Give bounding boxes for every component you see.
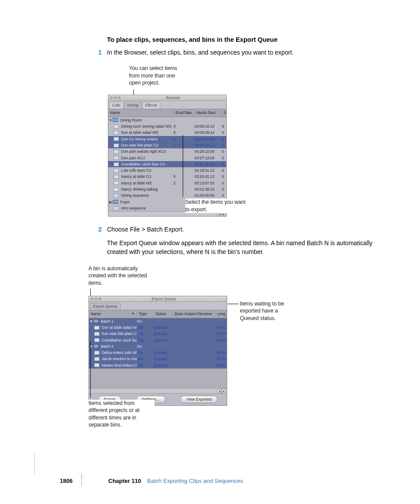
clip-name: Don pain XCU (120, 155, 173, 161)
clip-name: Nancy at table CU (120, 174, 173, 179)
clip-icon (114, 131, 119, 135)
view-exported-button[interactable]: View Exported (181, 396, 217, 403)
chevron-down-icon[interactable]: ▼ (108, 118, 113, 123)
column-headers[interactable]: Name ▼ Type Status Base Output Filename … (89, 310, 227, 318)
chevron-down-icon[interactable]: ▼ (89, 319, 93, 324)
clip-row[interactable]: Grandfather clock face CUClipQueued00:00 (89, 337, 227, 343)
traffic-lights[interactable] (110, 96, 121, 99)
tab-export-queue[interactable]: Export Queue (90, 303, 121, 310)
col-name[interactable]: Name (108, 109, 173, 116)
clip-row[interactable]: Master shot Debra CUClipQueued00:00 (89, 362, 227, 368)
col-shot-take[interactable]: Shot/Take (173, 109, 195, 116)
clip-row[interactable]: Jacob reaction to customer CUClipQueued0… (89, 356, 227, 362)
callout-bin-auto: A bin is automatically created with the … (88, 265, 150, 287)
clip-icon (114, 150, 119, 154)
callout-line (90, 342, 91, 398)
clip-name: Nancy at table MS (120, 180, 173, 186)
zoom-icon[interactable] (99, 298, 101, 300)
folder-icon (93, 319, 99, 323)
clip-icon (94, 326, 99, 330)
clip-row[interactable]: Don eats fish plate CUClipQueued00:01 (89, 331, 227, 337)
arrow-left-icon[interactable]: ◂ (217, 389, 221, 393)
callout-line (228, 304, 239, 304)
clip-name: Nancy drinking talking (120, 187, 173, 192)
arrow-right-icon[interactable]: ▸ (222, 389, 226, 393)
chevron-right-icon[interactable]: ▶ (108, 199, 113, 205)
minimize-icon[interactable] (114, 96, 117, 99)
batch-bin-row[interactable]: ▼Batch 2Bin (89, 343, 227, 349)
clip-icon (94, 351, 99, 355)
traffic-lights[interactable] (91, 298, 101, 300)
clip-row[interactable]: Dining room serving salad WS303:08:16:13… (108, 123, 226, 129)
section-heading: To place clips, sequences, and bins in t… (107, 35, 394, 44)
col-status[interactable]: Status (154, 310, 173, 317)
clip-icon (114, 188, 119, 191)
batch-bin-row[interactable]: ▼Batch 1Bin (89, 318, 227, 324)
column-headers[interactable]: Name Shot/Take Media Start S (108, 109, 226, 117)
bin-name: Dining Room (119, 118, 173, 123)
empty-area (89, 368, 227, 388)
clip-icon (114, 162, 119, 166)
clip-row[interactable]: Nancy at table CU503:20:41:120 (108, 173, 226, 180)
step-text: In the Browser, select clips, bins, and … (107, 48, 394, 57)
clip-row[interactable]: Don at table salad WSClipQueued00:01 (89, 324, 227, 331)
browser-rows: ▼ Dining Room Dining room serving salad … (108, 117, 226, 212)
col-base-filename[interactable]: Base Output Filename (173, 310, 215, 317)
body-paragraph: The Export Queue window appears with the… (107, 239, 380, 257)
bin-row[interactable]: ▼ Dining Room (108, 117, 226, 123)
col-extra[interactable]: S (222, 109, 226, 116)
close-icon[interactable] (110, 96, 113, 99)
clip-icon (94, 332, 99, 336)
sequence-name: Dining sequence (120, 193, 173, 198)
browser-tabs: Cafe Dining Effects (108, 101, 226, 109)
clip-row[interactable]: Grandfather clock face CU04:31:30:230 (108, 161, 226, 167)
sort-down-icon[interactable]: ▼ (132, 312, 135, 316)
tab-cafe[interactable]: Cafe (109, 102, 124, 109)
clip-icon (114, 137, 119, 141)
bin-name: Batch 1 (100, 319, 137, 324)
export-queue-window: Export Queue Export Queue Name ▼ Type St… (88, 296, 227, 406)
clip-name: Jacob reaction to customer CU (101, 356, 137, 361)
close-icon[interactable] (91, 298, 93, 300)
export-tabs: Export Queue (89, 302, 227, 310)
col-type[interactable]: Type (137, 310, 154, 317)
clip-name: Dining room serving salad WS (120, 124, 173, 129)
clip-icon (114, 156, 119, 160)
clip-row[interactable]: Don pain sweats right XCU04:28:12:000 (108, 148, 226, 155)
scrollbar[interactable]: ◂ ▸ (89, 388, 227, 393)
clip-row[interactable]: Nancy at table MS203:13:07:020 (108, 180, 226, 186)
clip-name: Grandfather clock face CU (101, 338, 137, 343)
callout-queued: Items waiting to be exported have a Queu… (240, 300, 293, 322)
clip-name: Lola rolls eyes CU (120, 168, 173, 173)
step-2: 2 Choose File > Batch Export. (81, 225, 394, 234)
tab-effects[interactable]: Effects (142, 102, 160, 109)
window-titlebar[interactable]: Export Queue (89, 296, 227, 302)
clip-row[interactable]: Don pain XCU04:27:13:050 (108, 155, 226, 161)
folder-icon (113, 118, 118, 122)
clip-row[interactable]: Don eats fish plate CU104:20:16:130 (108, 142, 226, 148)
col-name[interactable]: Name (91, 311, 101, 316)
clip-row[interactable]: Nancy drinking talking04:02:39:130 (108, 186, 226, 192)
clip-icon (94, 357, 99, 361)
window-titlebar[interactable]: Browser (108, 95, 226, 101)
col-media-start[interactable]: Media Start (195, 109, 222, 116)
clip-row[interactable]: Debra enters cafe WSClipQueued00:00 (89, 349, 227, 356)
chapter-label: Chapter 110 (108, 478, 141, 484)
callout-select-items: Select the items you want to export. (185, 199, 247, 213)
clip-icon (114, 169, 119, 173)
col-length[interactable]: Leng (215, 310, 227, 317)
sequence-row[interactable]: Dining sequence01:00:00:000 (108, 192, 226, 199)
clip-row[interactable]: Lola rolls eyes CU04:18:51:120 (108, 167, 226, 173)
clip-row[interactable]: Don CU Nancy enters404:12:49:100 (108, 136, 226, 142)
clip-row[interactable]: Don at table salad WS504:09:59:140 (108, 129, 226, 136)
chevron-down-icon[interactable]: ▼ (89, 344, 93, 349)
clip-icon (114, 181, 119, 185)
clip-icon (94, 338, 99, 342)
clip-name: Don at table salad WS (120, 130, 173, 135)
zoom-icon[interactable] (118, 96, 121, 99)
tab-dining[interactable]: Dining (124, 102, 142, 109)
sequence-icon (114, 206, 119, 210)
callout-top: You can select items from more than one … (129, 65, 186, 86)
step-1: 1 In the Browser, select clips, bins, an… (81, 48, 394, 57)
minimize-icon[interactable] (95, 298, 97, 300)
